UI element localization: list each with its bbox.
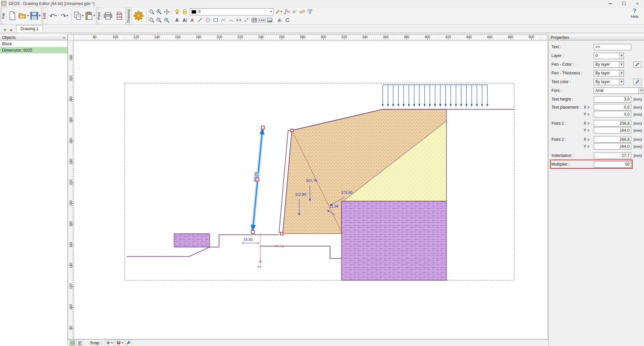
pen-color-select[interactable]: By layer <box>594 61 624 68</box>
pan-button[interactable] <box>163 8 171 16</box>
zoom-window-button[interactable] <box>148 8 155 16</box>
drawing-canvas[interactable]: 5025 101.76 112.80 <box>74 41 547 339</box>
snap-mode-caret[interactable] <box>111 342 113 344</box>
zoom-previous-button[interactable] <box>163 16 171 24</box>
layer-select-caret[interactable] <box>619 53 624 59</box>
trim-button[interactable] <box>290 8 298 16</box>
measure-button[interactable] <box>298 8 306 16</box>
add-tab-button[interactable]: + <box>2 27 8 33</box>
handle-dim-mid[interactable] <box>256 178 259 181</box>
arc-tool-button[interactable] <box>227 16 235 24</box>
point1-y-input[interactable]: 164,0 <box>594 127 631 133</box>
grid-toggle-button[interactable] <box>69 340 75 346</box>
pen-style-caret[interactable] <box>270 11 272 12</box>
copy-button[interactable] <box>73 8 84 24</box>
line-tool-button[interactable] <box>196 16 204 24</box>
font-select-caret[interactable] <box>638 88 643 94</box>
copy-dropdown-caret[interactable] <box>82 15 84 16</box>
close-button[interactable]: × <box>631 0 644 7</box>
visibility-button[interactable] <box>173 8 181 16</box>
text-color-select[interactable]: By layer <box>594 79 624 85</box>
pen-edit-button[interactable] <box>275 8 283 16</box>
text-input[interactable]: <> <box>594 44 631 50</box>
zoom-all-button[interactable] <box>148 16 155 24</box>
toolbar-group-file[interactable]: File <box>0 8 6 24</box>
redo-button[interactable]: ↷ <box>59 8 70 24</box>
open-file-button[interactable] <box>18 8 30 24</box>
insert-image-button[interactable] <box>266 16 273 24</box>
undo-button[interactable]: ↶ <box>48 8 59 24</box>
objects-collapse-button[interactable]: – <box>63 35 65 40</box>
dimension-linear-button[interactable] <box>235 16 243 24</box>
circle-tool-button[interactable] <box>204 16 212 24</box>
pen-color-select-caret[interactable] <box>619 62 624 67</box>
text-height-input[interactable]: 3,0 <box>594 96 631 103</box>
close-tab-button[interactable]: × <box>8 27 14 33</box>
minimize-button[interactable] <box>604 0 617 7</box>
block-object[interactable] <box>174 234 210 247</box>
pen-thickness-select[interactable]: By layer <box>594 70 624 76</box>
zoom-in-button[interactable] <box>155 8 163 16</box>
polyline-tool-button[interactable] <box>219 16 227 24</box>
point1-x-input[interactable]: 258,8 <box>594 120 631 126</box>
paste-dropdown-caret[interactable] <box>93 15 95 16</box>
layer-select[interactable]: 0 <box>594 53 624 59</box>
filter-button[interactable] <box>306 8 314 16</box>
edit-points-button[interactable] <box>283 8 290 16</box>
handle-dim-top[interactable] <box>261 126 264 129</box>
zoom-out-button[interactable] <box>155 16 163 24</box>
text-placement-y-input[interactable]: 0,0 <box>594 111 631 117</box>
list-item-dimension[interactable]: Dimension: 5025 <box>0 47 67 53</box>
handle-wall-bottom[interactable] <box>280 232 283 235</box>
rectangle-tool-button[interactable] <box>212 16 219 24</box>
handle-dim-bottom[interactable] <box>251 230 254 233</box>
layers-toggle-button[interactable] <box>76 340 83 346</box>
snap-settings-button[interactable] <box>125 340 132 346</box>
new-document-button[interactable] <box>7 8 18 24</box>
list-item-block[interactable]: Block <box>0 41 67 47</box>
save-dropdown-caret[interactable] <box>39 15 41 16</box>
toolbar-group-print[interactable]: Print <box>96 8 102 24</box>
text-color-select-caret[interactable] <box>619 79 624 85</box>
point2-y-input[interactable]: 264,0 <box>594 143 631 150</box>
export-pdf-cad-button[interactable]: PDFCAD <box>114 8 125 24</box>
print-button[interactable] <box>102 8 114 24</box>
settings-button[interactable] <box>132 8 145 24</box>
soil-clay-region[interactable] <box>341 201 446 280</box>
text-placement-x-input[interactable]: 0,0 <box>594 104 631 110</box>
redo-dropdown-caret[interactable] <box>66 15 68 16</box>
handle-wall-top[interactable] <box>290 129 293 132</box>
table-button[interactable] <box>250 16 258 24</box>
lock-button[interactable] <box>181 8 189 16</box>
font-select[interactable]: Arial <box>594 88 643 94</box>
pen-edit-caret[interactable] <box>280 11 282 12</box>
mirror-button[interactable] <box>276 16 283 24</box>
add-text-button[interactable]: A <box>173 16 181 24</box>
paste-button[interactable] <box>84 8 96 24</box>
help-button[interactable]: ? Help <box>628 8 641 18</box>
pen-color-picker-button[interactable] <box>633 61 641 68</box>
open-dropdown-caret[interactable] <box>27 15 29 16</box>
dimension-slope-button[interactable] <box>243 16 250 24</box>
maximize-button[interactable] <box>617 0 631 7</box>
insert-cad-button[interactable]: CAD <box>258 16 266 24</box>
excavation-line[interactable] <box>260 246 341 258</box>
snap-magnet-caret[interactable] <box>121 342 123 344</box>
multiplier-input[interactable]: 50 <box>594 161 631 168</box>
pen-thickness-select-caret[interactable] <box>619 70 624 76</box>
snap-mode-combo[interactable] <box>105 340 114 346</box>
tab-drawing-1[interactable]: Drawing 1 <box>16 25 43 33</box>
toolbar-group-edit[interactable]: Edit <box>41 8 47 24</box>
text-style-button[interactable]: A <box>189 16 196 24</box>
text-color-picker-button[interactable] <box>633 79 641 85</box>
undo-dropdown-caret[interactable] <box>55 15 57 16</box>
toolbar-group-drawing[interactable]: Drawing <box>125 8 131 24</box>
edit-text-button[interactable]: A <box>181 16 189 24</box>
distributed-load[interactable] <box>383 85 487 107</box>
point2-x-input[interactable]: 268,8 <box>594 136 631 142</box>
snap-magnet-combo[interactable] <box>115 340 124 346</box>
rotate-button[interactable] <box>283 16 291 24</box>
pen-style-combo[interactable]: 0 <box>190 8 274 15</box>
save-button[interactable] <box>30 8 41 24</box>
indentation-input[interactable]: 27,7 <box>594 153 631 159</box>
